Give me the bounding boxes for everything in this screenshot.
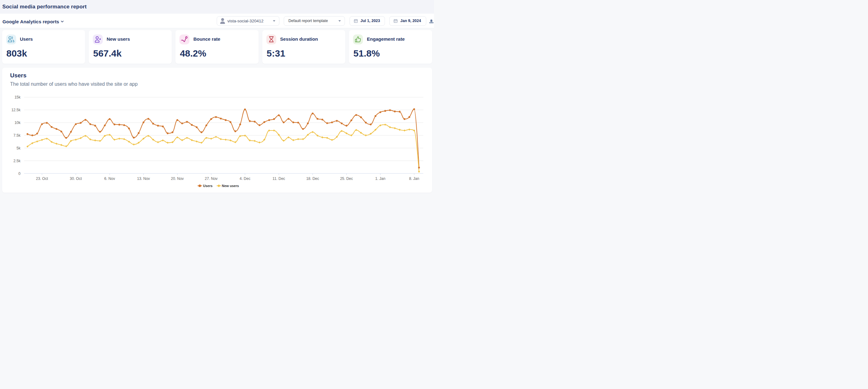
svg-text:13. Nov: 13. Nov [137, 176, 150, 181]
svg-text:23. Oct: 23. Oct [36, 176, 48, 181]
svg-text:6. Nov: 6. Nov [104, 176, 115, 181]
svg-text:27. Nov: 27. Nov [205, 176, 218, 181]
svg-text:1. Jan: 1. Jan [375, 176, 385, 181]
svg-text:25. Dec: 25. Dec [340, 176, 353, 181]
svg-text:New users: New users [222, 184, 239, 188]
svg-text:4. Dec: 4. Dec [240, 176, 251, 181]
svg-text:2.5k: 2.5k [13, 159, 21, 163]
svg-text:0: 0 [18, 171, 21, 176]
svg-text:8. Jan: 8. Jan [409, 176, 420, 181]
svg-text:11. Dec: 11. Dec [273, 176, 285, 181]
svg-text:12.5k: 12.5k [11, 108, 21, 112]
svg-text:7.5k: 7.5k [13, 133, 21, 138]
svg-text:10k: 10k [14, 120, 21, 125]
svg-text:Users: Users [203, 184, 213, 188]
svg-text:20. Nov: 20. Nov [171, 176, 184, 181]
svg-text:30. Oct: 30. Oct [70, 176, 82, 181]
svg-text:18. Dec: 18. Dec [306, 176, 319, 181]
svg-text:15k: 15k [14, 95, 21, 100]
svg-text:5k: 5k [17, 146, 21, 150]
